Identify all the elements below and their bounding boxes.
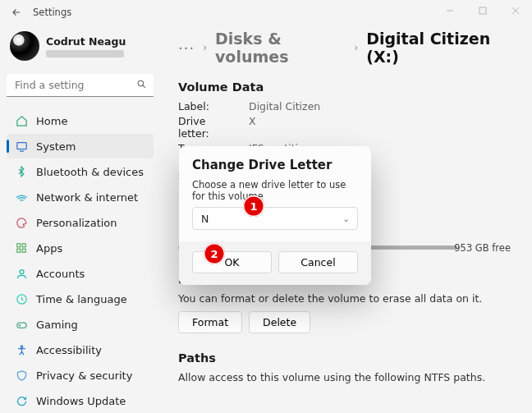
privacy-icon [15,369,28,382]
sidebar-item-accessibility[interactable]: Accessibility [7,337,154,362]
search-icon [136,79,147,92]
annotation-2: 2 [204,243,225,264]
back-button[interactable] [7,2,26,22]
kv-row: Drive letter:X [178,115,512,140]
sidebar-item-personalization[interactable]: Personalization [7,210,154,235]
sidebar-item-apps[interactable]: Apps [7,236,154,260]
storage-free-text: 953 GB free [454,242,511,254]
section-paths: Paths [178,351,512,365]
system-icon [15,140,28,153]
avatar [10,31,39,61]
sidebar-item-label: Bluetooth & devices [36,166,144,178]
sidebar-item-label: Personalization [36,217,117,229]
sidebar-item-time[interactable]: Time & language [7,287,154,311]
svg-rect-1 [479,7,486,14]
network-icon [15,190,28,204]
bluetooth-icon [15,165,28,178]
format-desc: You can format or delete the volume to e… [178,292,512,305]
select-value: N [201,213,209,225]
svg-rect-6 [17,244,21,247]
svg-point-13 [21,345,23,347]
svg-rect-8 [17,249,21,252]
chevron-down-icon: ⌄ [343,214,350,223]
kv-value: Digital Citizen [249,100,320,112]
sidebar-item-label: Time & language [36,293,127,305]
accounts-icon [15,267,28,280]
window-title: Settings [33,7,71,18]
delete-button[interactable]: Delete [249,311,310,333]
dialog-title: Change Drive Letter [192,158,358,172]
svg-line-3 [143,85,145,88]
sidebar-item-label: System [36,140,76,153]
sidebar-item-label: Apps [36,242,62,255]
change-drive-letter-dialog: Change Drive Letter Choose a new drive l… [179,146,371,285]
search-input[interactable] [7,74,154,97]
section-volume-data: Volume Data [178,80,512,94]
profile-name: Codrut Neagu [46,35,126,48]
sidebar-item-system[interactable]: System [7,134,154,158]
sidebar-item-label: Privacy & security [36,369,132,382]
home-icon [15,114,28,127]
svg-rect-4 [16,142,25,149]
sidebar-item-home[interactable]: Home [7,108,154,133]
chevron-right-icon: › [203,42,207,53]
breadcrumb-more[interactable]: ··· [178,39,195,57]
apps-icon [15,241,28,255]
breadcrumb-current: Digital Citizen (X:) [366,30,512,66]
personalize-icon [15,216,28,229]
minimize-button[interactable] [433,0,466,21]
drive-letter-select[interactable]: N ⌄ [192,207,358,230]
svg-point-10 [20,269,24,273]
sidebar-item-gaming[interactable]: Gaming [7,312,154,337]
sidebar-item-accounts[interactable]: Accounts [7,261,154,286]
format-button[interactable]: Format [178,311,242,333]
svg-rect-12 [16,323,25,328]
sidebar-item-label: Network & internet [36,191,138,204]
sidebar-item-label: Accounts [36,268,85,280]
profile-email-redacted [46,50,124,57]
sidebar-item-privacy[interactable]: Privacy & security [7,363,154,388]
sidebar-item-label: Accessibility [36,344,102,356]
kv-key: Label: [178,100,237,112]
close-button[interactable] [499,0,532,21]
breadcrumb-parent[interactable]: Disks & volumes [215,30,346,66]
time-icon [15,292,28,305]
maximize-button[interactable] [466,0,499,21]
gaming-icon [15,318,28,331]
svg-rect-9 [22,249,25,252]
sidebar-item-network[interactable]: Network & internet [7,185,154,209]
accessibility-icon [15,343,28,356]
sidebar-item-bluetooth[interactable]: Bluetooth & devices [7,159,154,184]
update-icon [15,394,28,407]
profile-block[interactable]: Codrut Neagu [7,28,154,69]
sidebar-item-update[interactable]: Windows Update [7,388,154,413]
sidebar-item-label: Home [36,115,67,127]
search-container [7,74,154,97]
kv-value: X [249,115,256,140]
dialog-prompt: Choose a new drive letter to use for thi… [192,179,358,202]
svg-point-2 [138,80,144,86]
kv-key: Drive letter: [178,115,237,140]
sidebar-item-label: Gaming [36,319,78,331]
annotation-1: 1 [243,195,264,217]
breadcrumb: ··· › Disks & volumes › Digital Citizen … [178,25,512,76]
sidebar-item-label: Windows Update [36,395,126,407]
chevron-right-icon: › [354,42,358,53]
kv-row: Label:Digital Citizen [178,100,512,112]
svg-rect-7 [22,244,25,247]
paths-desc: Allow access to this volume using the fo… [178,371,512,383]
cancel-button[interactable]: Cancel [278,251,358,273]
